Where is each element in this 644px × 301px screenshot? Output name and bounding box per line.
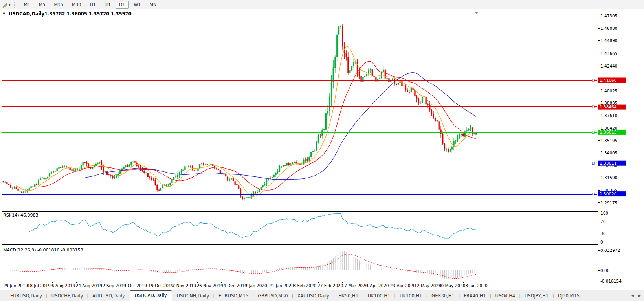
- date-label: 23 Apr 2020: [390, 283, 416, 288]
- chart-ohlc-values: 1.35782 1.36005 1.35720 1.35970: [44, 11, 132, 17]
- date-label: 24 Aug 2019: [76, 283, 102, 288]
- rsi-label: RSI(14) 46.9983: [3, 213, 38, 218]
- scroll-left-icon[interactable]: ◀: [631, 294, 634, 297]
- price-badge-label: 1.41060: [600, 78, 616, 83]
- chart-shift-marker-icon: [475, 12, 478, 14]
- macd-label: MACD(12,26,9) -0.001810 -0.003158: [3, 248, 83, 253]
- tab-scroll-controls: ◀ ▶: [631, 294, 644, 297]
- pencil-icon: [2, 2, 8, 8]
- rsi-tick-label: 30: [600, 231, 605, 236]
- toolbar: ▾ M1M5M15M30H1H4D1W1MN: [0, 0, 644, 9]
- price-badge-label: 1.33011: [600, 161, 616, 165]
- rsi-tick-label: 100: [600, 211, 608, 215]
- timeframe-button-d1[interactable]: D1: [116, 1, 128, 9]
- timeframe-button-w1[interactable]: W1: [130, 1, 145, 9]
- macd-panel-border: [2, 246, 598, 282]
- time-axis: 29 Jun 201918 Jul 20196 Aug 201924 Aug 2…: [3, 282, 488, 288]
- chart-tabs: EURUSD,Daily|USDCHF,Daily|AUDUSD,DailyUS…: [6, 290, 583, 301]
- date-label: 2 Jan 2020: [245, 283, 267, 288]
- price-badge-label: 1.36015: [600, 130, 616, 134]
- rsi-panel-border: [2, 212, 598, 245]
- up-candle-wicks: [5, 25, 476, 201]
- price-axis: 1.473051.460801.448901.436651.424401.400…: [598, 13, 626, 205]
- tab-audusd-daily[interactable]: AUDUSD,Daily: [88, 292, 128, 300]
- scroll-right-icon[interactable]: ▶: [638, 294, 641, 297]
- price-tick-label: 1.47305: [600, 13, 617, 18]
- rsi-tick-label: 0: [600, 240, 603, 244]
- date-label: 29 Jun 2019: [3, 283, 28, 288]
- tab-usdchf-daily[interactable]: USDCHF,Daily: [48, 292, 87, 300]
- ma-line-8: [16, 46, 476, 196]
- level-line-handle[interactable]: [592, 162, 594, 164]
- price-tick-label: 1.29175: [600, 200, 617, 205]
- timeframe-button-h1[interactable]: H1: [86, 1, 99, 9]
- chart-area[interactable]: 10070300 0.0329720.00-0.018154 1.473051.…: [0, 9, 644, 290]
- date-label: 21 Jan 2020: [269, 283, 294, 288]
- tab-xauusd-daily[interactable]: XAUUSD,Daily: [293, 292, 333, 300]
- price-tick-label: 1.34005: [600, 150, 617, 155]
- rsi-line: [29, 213, 476, 238]
- price-tick-label: 1.43665: [600, 51, 617, 56]
- price-tick-label: 1.37610: [600, 113, 617, 118]
- horizontal-level-lines: [2, 79, 597, 195]
- date-label: 18 Jul 2019: [28, 283, 51, 288]
- date-label: 4 Apr 2020: [366, 283, 389, 288]
- up-candle-bodies: [5, 26, 477, 199]
- tab-fra40-h1[interactable]: FRA40,H1: [460, 292, 490, 300]
- timeframe-button-mn[interactable]: MN: [146, 1, 160, 9]
- tab-dj30-m15[interactable]: DJ30,M15: [554, 292, 583, 300]
- level-line-handle[interactable]: [592, 79, 594, 81]
- rsi-indicator: 10070300: [2, 211, 608, 244]
- tab-usdcnh-daily[interactable]: USDCNH,Daily: [173, 292, 213, 300]
- chart-title: USDCAD,Daily: [9, 11, 45, 17]
- date-label: 26 Nov 2019: [196, 283, 223, 288]
- date-label: 14 Dec 2019: [221, 283, 247, 288]
- mt4-terminal-window: { "toolbar": { "dropdown_caret": "▾", "t…: [0, 0, 644, 301]
- price-badge-label: 1.30020: [600, 191, 616, 196]
- level-line-handle[interactable]: [592, 193, 594, 195]
- timeframe-button-m5[interactable]: M5: [35, 1, 49, 9]
- tab-usdcad-daily[interactable]: USDCAD,Daily: [130, 290, 172, 301]
- tab-gbpusd-m30[interactable]: GBPUSD,M30: [254, 292, 292, 300]
- level-line-handle[interactable]: [592, 106, 594, 108]
- tab-usoil-h4[interactable]: USOil,H4: [491, 292, 519, 300]
- price-tick-label: 1.31590: [600, 175, 617, 180]
- timeframe-button-m15[interactable]: M15: [51, 1, 67, 9]
- price-tick-label: 1.46080: [600, 26, 617, 31]
- down-candle-wicks: [3, 24, 474, 200]
- down-candle-bodies: [3, 26, 475, 199]
- timeframe-button-m1[interactable]: M1: [20, 1, 34, 9]
- macd-tick-label: 0.032972: [600, 248, 620, 253]
- date-label: 1 Oct 2019: [124, 283, 147, 288]
- date-label: 7 Nov 2019: [172, 283, 196, 288]
- tab-hk50-h1[interactable]: HK50,H1: [335, 292, 362, 300]
- tab-usdjpy-h1[interactable]: USDJPY,H1: [521, 292, 552, 300]
- date-label: 12 May 2020: [414, 283, 441, 288]
- price-panel-border: [2, 11, 598, 210]
- date-label: 12 Sep 2019: [100, 283, 126, 288]
- level-line-handle[interactable]: [592, 131, 594, 133]
- macd-histogram: [9, 251, 476, 280]
- price-tick-label: 1.35195: [600, 138, 617, 143]
- macd-indicator: 0.0329720.00-0.018154: [9, 248, 622, 283]
- toolbar-grip[interactable]: [14, 2, 17, 8]
- timeframe-button-m30[interactable]: M30: [68, 1, 85, 9]
- draw-tool-icon[interactable]: [2, 1, 9, 8]
- date-label: 8 Feb 2020: [294, 283, 317, 288]
- date-label: 30 May 2020: [439, 283, 465, 288]
- timeframe-button-h4[interactable]: H4: [101, 1, 114, 9]
- chevron-down-icon[interactable]: ▾: [9, 3, 11, 7]
- date-label: 17 Mar 2020: [342, 283, 368, 288]
- indicator-collapse-icon[interactable]: ▼: [3, 12, 6, 15]
- rsi-tick-label: 70: [600, 219, 605, 224]
- macd-tick-label: 0.00: [600, 268, 609, 273]
- tab-uk100-h1[interactable]: UK100,H1: [396, 292, 426, 300]
- tab-eurusd-m15[interactable]: EURUSD,M15: [215, 292, 252, 300]
- tab-eurusd-daily[interactable]: EURUSD,Daily: [6, 292, 46, 300]
- tab-uk100-h1[interactable]: UK100,H1: [364, 292, 394, 300]
- price-badge-label: 1.38464: [600, 105, 617, 109]
- ma-line-20: [39, 61, 476, 190]
- tab-ger30-h1[interactable]: GER30,H1: [427, 292, 458, 300]
- timeframe-button-group: M1M5M15M30H1H4D1W1MN: [20, 1, 161, 9]
- date-label: 27 Feb 2020: [317, 283, 343, 288]
